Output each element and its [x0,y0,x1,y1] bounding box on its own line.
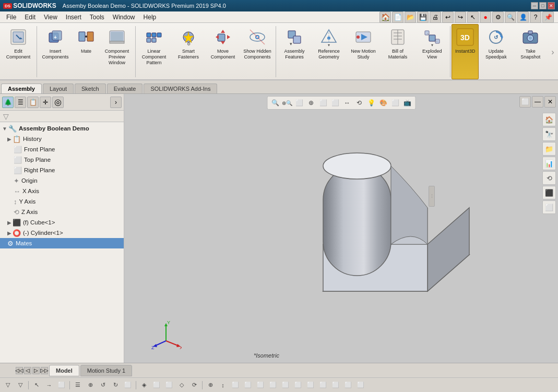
tab-solidworks-addins[interactable]: SOLIDWORKS Add-Ins [144,84,217,93]
vp-monitor[interactable]: 📺 [401,98,413,108]
tab-assembly[interactable]: Assembly [1,84,42,93]
bt-view[interactable]: ⬜ [151,380,162,390]
vp-view[interactable]: ⊕ [305,98,317,108]
toolbar-show-hidden[interactable]: Show Hidden Components [240,24,275,79]
btab-nav-next[interactable]: ▷ [32,367,40,374]
toolbar-assembly-features[interactable]: ▾ Assembly Features [277,24,312,79]
quickaccess-settings[interactable]: ⚙ [492,11,504,23]
rm-solid[interactable]: ⬛ [542,186,556,199]
quickaccess-new[interactable]: 📄 [392,11,403,23]
rm-rotate[interactable]: ⟲ [542,171,556,185]
toolbar-bill-materials[interactable]: Bill of Materials [381,24,415,79]
toolbar-edit-component[interactable]: Edit Component [1,24,35,79]
tree-z-axis[interactable]: ⟲ Z Axis [0,207,124,217]
quickaccess-home[interactable]: 🏠 [379,11,391,23]
vp-hide[interactable]: ⬜ [317,98,329,108]
panel-btn-tree[interactable]: 🌲 [2,97,14,108]
toolbar-reference-geometry[interactable]: ▾ Reference Geometry [312,24,346,79]
bt-redo[interactable]: ↻ [110,380,121,390]
tree-top-plane[interactable]: ⬜ Top Plane [0,155,124,165]
panel-resize-handle[interactable]: ⋮ [429,186,435,207]
viewport[interactable]: 🔍 ⊕🔍 ⬜ ⊕ ⬜ ⬜ ↔ ⟲ 💡 🎨 ⬜ 📺 [124,94,558,363]
vp-section[interactable]: ⬜ [293,98,305,108]
vp-materials[interactable]: ⟲ [353,98,365,108]
tree-cube[interactable]: ▶ ⬛ (f) Cube<1> [0,217,124,228]
tab-layout[interactable]: Layout [43,84,74,93]
tree-front-plane[interactable]: ⬜ Front Plane [0,144,124,155]
vp-expand-btn[interactable]: ⬜ [519,96,531,108]
toolbar-expand[interactable]: › [549,45,557,58]
toolbar-linear-pattern[interactable]: Linear Component Pattern [137,24,171,79]
tree-root[interactable]: ▼ 🔧 Assemby Boolean Demo [0,123,124,134]
quickaccess-pin[interactable]: 📌 [542,11,554,23]
bt-b7[interactable]: ⬜ [305,380,316,390]
rm-home[interactable]: 🏠 [542,113,556,126]
quickaccess-open[interactable]: 📂 [405,11,416,23]
bt-b5[interactable]: ⬜ [280,380,291,390]
quickaccess-record[interactable]: ● [480,11,491,23]
bt-select[interactable]: ↖ [31,380,42,390]
quickaccess-help[interactable]: ? [530,11,541,23]
vp-color[interactable]: 🎨 [377,98,389,108]
btab-nav-prev[interactable]: ◁ [24,367,31,374]
btab-model[interactable]: Model [49,365,79,376]
toolbar-exploded-view[interactable]: ▾ Exploded View [415,24,449,79]
rm-view[interactable]: 🔭 [542,127,556,141]
rm-folder[interactable]: 📁 [542,142,556,156]
bt-b1[interactable]: ⬜ [230,380,241,390]
menu-insert[interactable]: Insert [62,13,86,22]
toolbar-take-snapshot[interactable]: Take Snapshot [513,24,548,79]
bt-b4[interactable]: ⬜ [267,380,279,390]
toolbar-instant3d[interactable]: 3D Instant3D [452,24,479,79]
vp-light[interactable]: 💡 [365,98,377,108]
panel-btn-display[interactable]: ◎ [52,97,64,108]
quickaccess-save[interactable]: 💾 [417,11,429,23]
quickaccess-undo[interactable]: ↩ [442,11,454,23]
bt-box[interactable]: ⬜ [56,380,67,390]
vp-close-btn[interactable]: ✕ [544,96,556,108]
tree-cylinder[interactable]: ▶ ⭕ (-) Cylinder<1> [0,228,124,238]
btab-nav-first[interactable]: ◁◁ [16,367,23,374]
menu-edit[interactable]: Edit [20,13,40,22]
bt-insert[interactable]: ⊕ [85,380,96,390]
bt-b6[interactable]: ⬜ [292,380,304,390]
panel-btn-expand[interactable]: › [110,97,122,108]
bt-diamond[interactable]: ◇ [176,380,187,390]
bt-list[interactable]: ☰ [72,380,84,390]
vp-display[interactable]: ⬜ [329,98,341,108]
quickaccess-user[interactable]: 👤 [517,11,529,23]
tree-origin[interactable]: ✦ Origin [0,175,124,186]
menu-file[interactable]: File [2,13,20,22]
panel-btn-add[interactable]: ✛ [40,97,51,108]
rm-chart[interactable]: 📊 [542,157,556,170]
bt-copy[interactable]: ⬜ [122,380,134,390]
bt-b2[interactable]: ⬜ [242,380,254,390]
bt-move[interactable]: ↕ [217,380,229,390]
bt-b8[interactable]: ⬜ [317,380,329,390]
vp-rotate[interactable]: ↔ [341,98,353,108]
bt-view2[interactable]: ⬜ [163,380,175,390]
bt-refresh[interactable]: ⟳ [188,380,200,390]
tree-mates[interactable]: ⚙ Mates [0,238,124,248]
quickaccess-search[interactable]: 🔍 [505,11,516,23]
menu-help[interactable]: Help [139,13,161,22]
close-button[interactable]: ✕ [548,2,555,9]
quickaccess-print[interactable]: 🖨 [430,11,441,23]
toolbar-move-component[interactable]: Move Component [206,24,240,79]
toolbar-smart-fasteners[interactable]: ⚙ Smart Fasteners [171,24,206,79]
btab-nav-last[interactable]: ▷▷ [41,367,48,374]
panel-btn-props[interactable]: 📋 [27,97,39,108]
toolbar-motion-study[interactable]: New Motion Study [346,24,381,79]
panel-btn-list[interactable]: ☰ [15,97,26,108]
bt-b3[interactable]: ⬜ [255,380,266,390]
menu-view[interactable]: View [40,13,62,22]
menu-window[interactable]: Window [109,13,139,22]
bt-filter2[interactable]: ▽ [15,380,26,390]
tree-right-plane[interactable]: ⬜ Right Plane [0,165,124,175]
toolbar-update-speedpak[interactable]: ↺ Update Speedpak [479,24,513,79]
bt-arrow[interactable]: → [43,380,55,390]
tree-x-axis[interactable]: ↔ X Axis [0,186,124,196]
vp-scenes[interactable]: ⬜ [389,98,401,108]
tree-y-axis[interactable]: ↕ Y Axis [0,196,124,207]
toolbar-component-preview[interactable]: Component Preview Window [100,24,134,79]
